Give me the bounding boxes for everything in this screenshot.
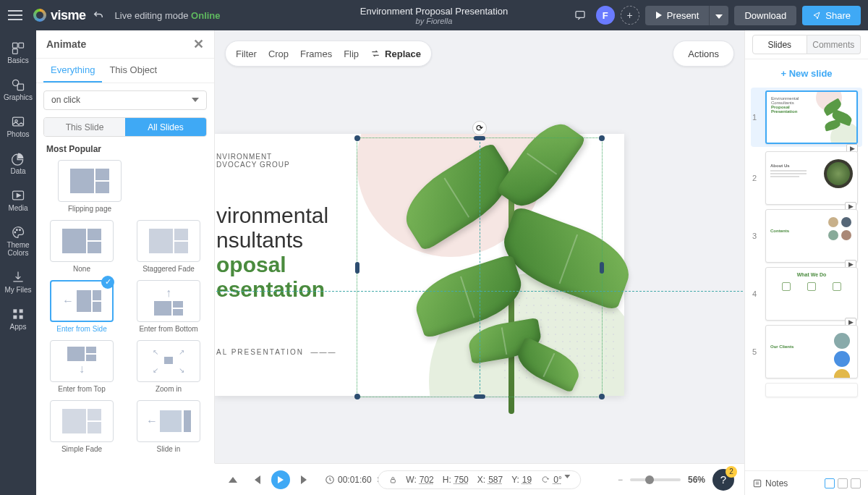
play-button[interactable] xyxy=(271,470,290,489)
flip-button[interactable]: Flip xyxy=(344,48,359,59)
slide-thumb-3[interactable]: 3 Contents ▶ xyxy=(752,209,861,263)
prev-frame-button[interactable] xyxy=(248,472,264,488)
selection-bounding-box[interactable]: ⟳ xyxy=(357,138,603,397)
editing-mode-status: Live editing mode Online xyxy=(115,10,221,21)
help-badge: 2 xyxy=(726,466,737,478)
add-collaborator-button[interactable]: + xyxy=(621,6,639,25)
rail-data[interactable]: Data xyxy=(0,147,36,179)
trigger-select[interactable]: on click xyxy=(43,90,207,110)
slides-list[interactable]: 1 Environmental Consultants Proposal Pre… xyxy=(745,88,868,470)
anim-none[interactable]: None xyxy=(43,220,120,273)
crop-button[interactable]: Crop xyxy=(268,48,289,59)
scope-all-slides[interactable]: All Slides xyxy=(125,118,206,136)
resize-handle-br[interactable] xyxy=(599,394,605,399)
share-button[interactable]: Share xyxy=(802,6,861,25)
actions-button[interactable]: Actions xyxy=(673,41,734,67)
anim-zoom-in[interactable]: ↖↗↙↘ Zoom in xyxy=(130,340,207,393)
resize-handle-tr[interactable] xyxy=(599,135,605,141)
right-panel: Slides Comments + New slide 1 Environmen… xyxy=(744,30,868,495)
tab-this-object[interactable]: This Object xyxy=(102,59,164,82)
object-properties-bar: W:702 H:750 X:587 Y:19 0° xyxy=(378,470,581,489)
tab-everything[interactable]: Everything xyxy=(43,59,102,82)
anim-enter-from-top[interactable]: ↓ Enter from Top xyxy=(43,340,120,393)
slide-text-block[interactable]: NVIRONMENT DVOCACY GROUP vironmental nsu… xyxy=(216,153,337,356)
y-value[interactable]: 19 xyxy=(522,475,532,485)
brand-logo-icon xyxy=(33,9,46,22)
help-button[interactable]: ? 2 xyxy=(712,469,734,491)
zoom-slider[interactable] xyxy=(630,478,681,481)
replace-button[interactable]: Replace xyxy=(370,48,421,59)
list-view-icon[interactable] xyxy=(838,478,848,488)
brand-name: visme xyxy=(51,8,86,23)
collapse-timeline-button[interactable] xyxy=(225,472,241,488)
resize-handle-r[interactable] xyxy=(600,262,604,274)
zoom-out-button[interactable]: − xyxy=(618,475,623,485)
panel-title: Animate xyxy=(46,38,86,50)
chat-icon[interactable] xyxy=(570,5,590,25)
rail-basics[interactable]: Basics xyxy=(0,36,36,69)
anim-enter-from-bottom[interactable]: ↑ Enter from Bottom xyxy=(130,280,207,333)
user-avatar[interactable]: F xyxy=(596,6,615,25)
menu-button[interactable] xyxy=(0,10,30,20)
anim-enter-from-side[interactable]: ← Enter from Side xyxy=(43,280,120,333)
slide-thumb-1[interactable]: 1 Environmental Consultants Proposal Pre… xyxy=(751,88,862,147)
svg-rect-13 xyxy=(20,309,23,313)
canvas-area[interactable]: Filter Crop Frames Flip Replace Actions … xyxy=(215,30,744,463)
rail-media[interactable]: Media xyxy=(0,184,36,216)
panel-close-button[interactable]: ✕ xyxy=(193,36,204,52)
download-button[interactable]: Download xyxy=(734,6,796,25)
anim-staggered-fade[interactable]: Staggered Fade xyxy=(130,220,207,273)
width-value[interactable]: 702 xyxy=(420,475,434,485)
rail-my-files[interactable]: My Files xyxy=(0,266,36,298)
animate-panel: Animate ✕ Everything This Object on clic… xyxy=(36,30,215,463)
rail-theme-colors[interactable]: Theme Colors xyxy=(0,221,36,261)
document-byline: by Fiorella xyxy=(360,17,509,25)
resize-handle-b[interactable] xyxy=(474,394,485,399)
resize-handle-l[interactable] xyxy=(355,262,359,274)
rotation-control[interactable]: 0° xyxy=(540,475,570,485)
anim-slide-in[interactable]: ← Slide in xyxy=(130,400,207,453)
resize-handle-tl[interactable] xyxy=(354,135,360,141)
rail-apps[interactable]: Apps xyxy=(0,302,36,335)
slide-thumb-4[interactable]: 4 What We Do ▶ xyxy=(752,267,861,321)
context-toolbar: Filter Crop Frames Flip Replace xyxy=(225,41,432,67)
slide-thumb-6[interactable] xyxy=(752,383,861,397)
svg-rect-1 xyxy=(13,43,18,48)
slide-thumb-5[interactable]: 5 Our Clients xyxy=(752,325,861,378)
rail-photos[interactable]: Photos xyxy=(0,110,36,143)
tab-comments[interactable]: Comments xyxy=(807,35,861,54)
slide-thumb-2[interactable]: 2 About Us ▶ xyxy=(752,151,861,205)
new-slide-button[interactable]: + New slide xyxy=(755,68,858,79)
time-display: 00:01:60 ✕ xyxy=(325,475,383,485)
rail-graphics[interactable]: Graphics xyxy=(0,73,36,106)
anim-simple-fade[interactable]: Simple Fade xyxy=(43,400,120,453)
scope-this-slide[interactable]: This Slide xyxy=(44,118,125,136)
svg-rect-18 xyxy=(391,479,395,483)
document-title[interactable]: Environment Proposal Presentation xyxy=(360,6,509,17)
grid-view-icon[interactable] xyxy=(825,478,835,488)
x-value[interactable]: 587 xyxy=(488,475,503,485)
present-button[interactable]: Present xyxy=(645,6,710,25)
resize-handle-t[interactable] xyxy=(474,136,485,140)
frames-button[interactable]: Frames xyxy=(300,48,332,59)
undo-button[interactable] xyxy=(92,9,105,22)
filter-button[interactable]: Filter xyxy=(236,48,257,59)
present-dropdown[interactable] xyxy=(709,6,728,25)
height-value[interactable]: 750 xyxy=(454,475,469,485)
svg-rect-0 xyxy=(576,12,584,18)
tab-slides[interactable]: Slides xyxy=(752,35,807,54)
scope-toggle: This Slide All Slides xyxy=(43,117,207,137)
rotate-handle[interactable]: ⟳ xyxy=(472,121,487,135)
svg-rect-3 xyxy=(13,49,18,54)
lock-icon[interactable] xyxy=(388,475,397,484)
notes-button[interactable]: Notes xyxy=(752,478,788,488)
svg-point-10 xyxy=(17,229,18,231)
next-frame-button[interactable] xyxy=(297,472,313,488)
anim-flipping-page[interactable]: Flipping page xyxy=(51,160,129,213)
list-view-icon-2[interactable] xyxy=(851,478,861,488)
svg-point-11 xyxy=(20,229,21,231)
zoom-value[interactable]: 56% xyxy=(688,475,705,485)
svg-rect-15 xyxy=(20,316,23,319)
resize-handle-bl[interactable] xyxy=(354,394,360,399)
left-rail: Basics Graphics Photos Data Media Theme … xyxy=(0,30,36,495)
